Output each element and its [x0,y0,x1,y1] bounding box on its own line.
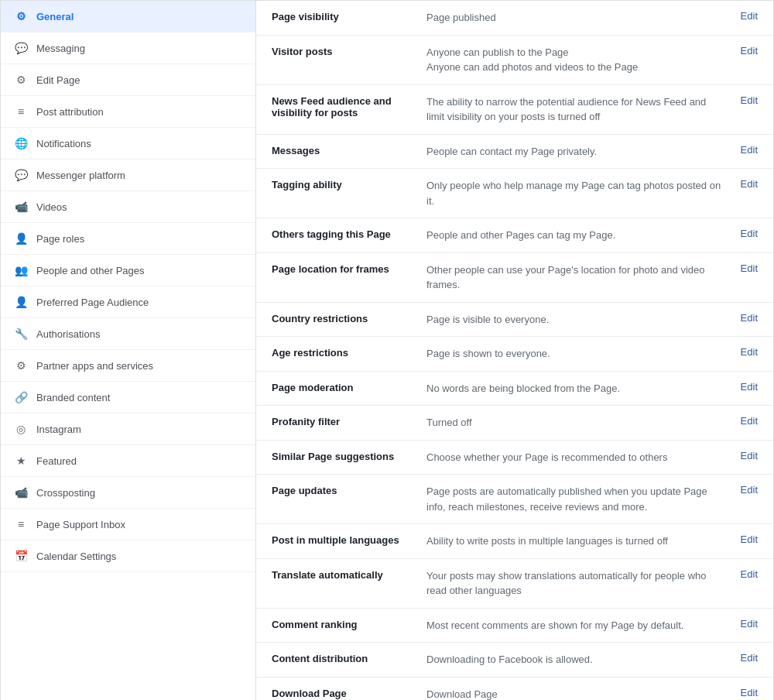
row-action: Edit [727,534,758,545]
videos-icon: 📹 [13,199,29,214]
edit-link[interactable]: Edit [741,618,758,630]
sidebar-item-crossposting[interactable]: 📹Crossposting [1,477,255,509]
settings-row: Others tagging this PagePeople and other… [256,218,773,253]
sidebar-item-branded-content[interactable]: 🔗Branded content [1,382,255,413]
edit-link[interactable]: Edit [741,45,758,57]
row-value: Anyone can publish to the PageAnyone can… [426,45,727,75]
sidebar-item-label: Post attribution [36,106,243,118]
row-value: People and other Pages can tag my Page. [426,228,727,243]
row-label: Post in multiple languages [272,534,426,546]
edit-link[interactable]: Edit [741,94,758,106]
sidebar-item-label: Preferred Page Audience [36,297,243,308]
settings-row: Visitor postsAnyone can publish to the P… [256,36,773,85]
sidebar-item-instagram[interactable]: ◎Instagram [1,413,255,445]
sidebar-item-partner-apps[interactable]: ⚙Partner apps and services [1,350,255,382]
edit-link[interactable]: Edit [741,415,758,427]
sidebar-item-notifications[interactable]: 🌐Notifications [1,128,255,160]
edit-link[interactable]: Edit [741,568,758,580]
sidebar-item-preferred-page-audience[interactable]: 👤Preferred Page Audience [1,287,255,318]
partner-apps-icon: ⚙ [13,358,29,373]
sidebar-item-label: Featured [36,455,243,467]
row-label: Profanity filter [272,415,426,427]
sidebar-item-authorisations[interactable]: 🔧Authorisations [1,318,255,350]
settings-row: Page moderationNo words are being blocke… [256,372,773,407]
edit-link[interactable]: Edit [741,381,758,393]
edit-link[interactable]: Edit [741,346,758,358]
sidebar-item-messaging[interactable]: 💬Messaging [1,33,255,64]
featured-icon: ★ [13,453,29,468]
sidebar-item-page-roles[interactable]: 👤Page roles [1,223,255,255]
branded-content-icon: 🔗 [13,389,29,405]
settings-row: News Feed audience and visibility for po… [256,85,773,135]
settings-row: Content distributionDownloading to Faceb… [256,643,773,678]
sidebar-item-label: Instagram [36,424,243,435]
edit-link[interactable]: Edit [741,687,758,698]
row-action: Edit [727,450,758,462]
row-value: Page posts are automatically published w… [426,484,727,514]
settings-row: Country restrictionsPage is visible to e… [256,303,773,338]
row-label: Page visibility [272,10,426,22]
sidebar: ⚙General💬Messaging⚙Edit Page≡Post attrib… [1,1,256,700]
sidebar-item-page-support-inbox[interactable]: ≡Page Support Inbox [1,509,255,540]
row-label: Translate automatically [272,568,426,581]
edit-link[interactable]: Edit [741,144,758,156]
row-action: Edit [727,484,758,496]
people-and-other-pages-icon: 👥 [13,262,29,278]
row-action: Edit [727,381,758,393]
sidebar-item-label: Crossposting [36,487,243,499]
row-label: Messages [272,144,426,156]
settings-row: Tagging abilityOnly people who help mana… [256,169,773,218]
edit-page-icon: ⚙ [13,72,29,88]
row-value: Download Page [426,687,727,701]
row-value: Turned off [426,415,727,431]
row-action: Edit [727,178,758,190]
edit-link[interactable]: Edit [741,652,758,664]
sidebar-item-label: General [36,11,243,22]
sidebar-item-general[interactable]: ⚙General [1,1,255,33]
settings-row: Download PageDownload PageEdit [256,678,773,701]
sidebar-item-videos[interactable]: 📹Videos [1,191,255,223]
edit-link[interactable]: Edit [741,534,758,545]
edit-link[interactable]: Edit [741,312,758,324]
row-action: Edit [727,94,758,106]
edit-link[interactable]: Edit [741,178,758,190]
row-action: Edit [727,568,758,580]
sidebar-item-label: Calendar Settings [36,551,243,562]
row-value: Page published [426,10,727,26]
edit-link[interactable]: Edit [741,10,758,22]
sidebar-item-messenger-platform[interactable]: 💬Messenger platform [1,160,255,191]
messenger-platform-icon: 💬 [13,167,29,183]
sidebar-item-label: Authorisations [36,328,243,340]
sidebar-item-label: Page Support Inbox [36,519,243,530]
sidebar-item-edit-page[interactable]: ⚙Edit Page [1,64,255,96]
row-value: The ability to narrow the potential audi… [426,94,727,125]
settings-row: Page location for framesOther people can… [256,253,773,303]
row-label: Country restrictions [272,312,426,324]
sidebar-item-label: People and other Pages [36,265,243,276]
row-value: Only people who help manage my Page can … [426,178,727,208]
row-label: Tagging ability [272,178,426,190]
row-action: Edit [727,346,758,358]
sidebar-item-featured[interactable]: ★Featured [1,445,255,477]
edit-link[interactable]: Edit [741,484,758,496]
sidebar-item-post-attribution[interactable]: ≡Post attribution [1,96,255,128]
messaging-icon: 💬 [13,40,29,56]
row-value: People can contact my Page privately. [426,144,727,160]
edit-link[interactable]: Edit [741,228,758,239]
row-action: Edit [727,687,758,698]
main-content: Page visibilityPage publishedEditVisitor… [256,1,773,700]
row-label: Download Page [272,687,426,699]
edit-link[interactable]: Edit [741,262,758,274]
row-action: Edit [727,45,758,57]
sidebar-item-people-and-other-pages[interactable]: 👥People and other Pages [1,255,255,287]
row-value: Your posts may show translations automat… [426,568,727,599]
preferred-page-audience-icon: 👤 [13,294,29,310]
sidebar-item-label: Messaging [36,43,243,54]
row-label: Comment ranking [272,618,426,630]
settings-row: Profanity filterTurned offEdit [256,406,773,441]
settings-row: Age restrictionsPage is shown to everyon… [256,337,773,372]
row-action: Edit [727,10,758,22]
row-value: Other people can use your Page's locatio… [426,262,727,293]
edit-link[interactable]: Edit [741,450,758,462]
sidebar-item-calendar-settings[interactable]: 📅Calendar Settings [1,540,255,572]
